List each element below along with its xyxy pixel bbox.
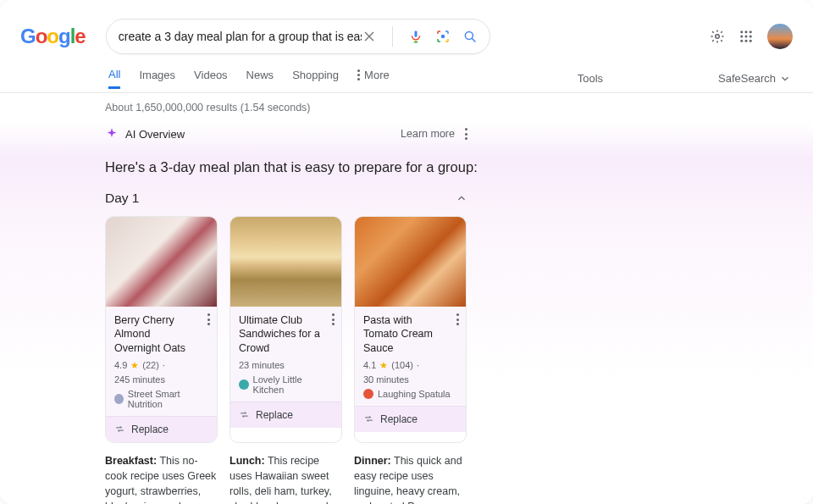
meal-description: Breakfast: This no-cook recipe uses Gree… xyxy=(105,453,218,504)
replace-icon xyxy=(363,413,374,424)
svg-point-15 xyxy=(749,40,752,42)
source-name: Street Smart Nutrition xyxy=(128,389,208,409)
svg-point-14 xyxy=(745,40,748,42)
svg-point-8 xyxy=(745,30,748,33)
source-favicon xyxy=(363,389,373,399)
day1-header[interactable]: Day 1 xyxy=(105,187,467,216)
recipe-title: Pasta with Tomato Cream Sauce xyxy=(363,313,457,355)
safesearch-label: SafeSearch xyxy=(718,72,776,85)
tab-images[interactable]: Images xyxy=(139,69,175,89)
replace-icon xyxy=(239,409,250,420)
card-menu-icon[interactable] xyxy=(456,313,459,325)
tab-videos[interactable]: Videos xyxy=(194,69,228,89)
result-stats: About 1,650,000,000 results (1.54 second… xyxy=(0,93,813,122)
source-favicon xyxy=(114,394,124,404)
ai-sparkle-icon xyxy=(105,127,119,141)
tab-shopping[interactable]: Shopping xyxy=(292,69,339,89)
recipe-card[interactable]: Berry Cherry Almond Overnight Oats 4.9 ★… xyxy=(105,216,218,443)
tab-more[interactable]: More xyxy=(357,69,390,89)
svg-point-13 xyxy=(740,40,743,42)
source-favicon xyxy=(239,379,249,390)
tools-button[interactable]: Tools xyxy=(578,72,603,85)
svg-point-3 xyxy=(440,35,445,39)
cook-time: 23 minutes xyxy=(239,360,285,370)
replace-button[interactable]: Replace xyxy=(230,402,341,428)
voice-search-icon[interactable] xyxy=(408,29,423,44)
search-icon[interactable] xyxy=(462,29,478,44)
replace-label: Replace xyxy=(131,424,169,435)
recipe-image xyxy=(355,217,466,307)
replace-label: Replace xyxy=(256,409,293,421)
card-menu-icon[interactable] xyxy=(207,313,210,325)
source-name: Lovely Little Kitchen xyxy=(253,374,333,395)
tab-all[interactable]: All xyxy=(108,68,120,89)
svg-line-5 xyxy=(472,38,475,42)
star-icon: ★ xyxy=(379,360,388,371)
card-menu-icon[interactable] xyxy=(332,313,335,325)
ai-menu-icon[interactable] xyxy=(465,128,467,140)
rating-count: (104) xyxy=(391,360,413,370)
svg-point-12 xyxy=(749,36,752,38)
rating-value: 4.1 xyxy=(363,360,376,370)
replace-icon xyxy=(114,424,125,435)
day1-title: Day 1 xyxy=(105,191,140,206)
cook-time: 245 minutes xyxy=(114,374,165,385)
svg-point-6 xyxy=(716,35,720,39)
settings-icon[interactable] xyxy=(710,29,725,44)
replace-button[interactable]: Replace xyxy=(106,416,217,442)
clear-icon[interactable] xyxy=(362,29,377,44)
rating-value: 4.9 xyxy=(114,360,127,370)
search-bar[interactable] xyxy=(106,19,490,54)
recipe-image xyxy=(230,217,341,307)
chevron-up-icon xyxy=(456,192,467,204)
replace-label: Replace xyxy=(380,413,418,425)
tab-news[interactable]: News xyxy=(246,69,274,89)
meal-description: Lunch: This recipe uses Hawaiian sweet r… xyxy=(230,453,342,504)
cook-time: 30 minutes xyxy=(363,374,409,385)
meal-description: Dinner: This quick and easy recipe uses … xyxy=(354,453,467,504)
ai-overview-label: AI Overview xyxy=(125,128,185,141)
star-icon: ★ xyxy=(130,360,139,371)
svg-point-11 xyxy=(745,36,748,38)
svg-point-9 xyxy=(749,30,752,33)
search-input[interactable] xyxy=(119,30,362,43)
recipe-image xyxy=(106,217,217,307)
recipe-card[interactable]: Ultimate Club Sandwiches for a Crowd 23 … xyxy=(230,216,342,443)
safesearch-dropdown[interactable]: SafeSearch xyxy=(718,72,791,85)
recipe-title: Berry Cherry Almond Overnight Oats xyxy=(114,313,208,355)
svg-point-7 xyxy=(740,30,743,33)
apps-icon[interactable] xyxy=(738,29,754,44)
learn-more-link[interactable]: Learn more xyxy=(401,128,455,140)
svg-point-10 xyxy=(740,36,743,38)
svg-rect-0 xyxy=(414,30,417,37)
rating-count: (22) xyxy=(142,360,159,370)
lens-icon[interactable] xyxy=(435,29,451,44)
account-avatar[interactable] xyxy=(767,24,793,49)
source-name: Laughing Spatula xyxy=(378,389,451,399)
replace-button[interactable]: Replace xyxy=(355,406,466,432)
ai-intro-text: Here's a 3-day meal plan that is easy to… xyxy=(105,159,813,175)
recipe-card[interactable]: Pasta with Tomato Cream Sauce 4.1 ★ (104… xyxy=(354,216,467,443)
google-logo[interactable]: Google xyxy=(20,25,86,48)
recipe-title: Ultimate Club Sandwiches for a Crowd xyxy=(239,313,333,355)
tab-more-label: More xyxy=(364,69,390,81)
